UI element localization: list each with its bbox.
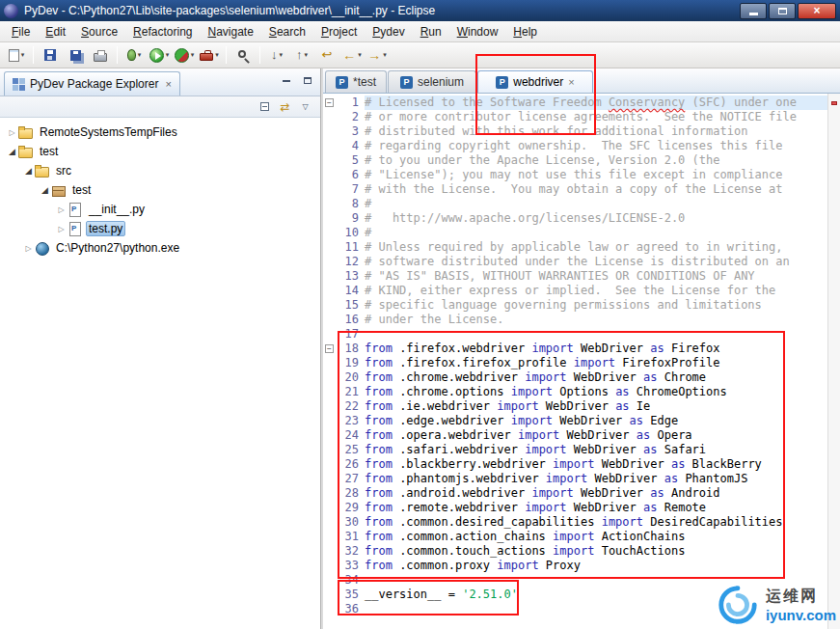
expand-arrow-icon[interactable]: ▷ xyxy=(55,205,68,214)
fold-margin[interactable] xyxy=(323,153,336,168)
code-text[interactable]: from .safari.webdriver import WebDriver … xyxy=(365,443,827,457)
menu-item-edit[interactable]: Edit xyxy=(38,22,73,41)
fold-margin[interactable] xyxy=(323,168,336,182)
line-number[interactable]: 12 xyxy=(336,255,365,269)
prev-annotation-button[interactable]: ▾ xyxy=(289,44,314,67)
code-text[interactable]: # "AS IS" BASIS, WITHOUT WARRANTIES OR C… xyxy=(365,269,827,284)
menu-item-project[interactable]: Project xyxy=(313,22,365,41)
coverage-button[interactable]: ▾ xyxy=(172,44,197,67)
fold-margin[interactable] xyxy=(323,588,336,602)
code-text[interactable]: # software distributed under the License… xyxy=(365,255,827,269)
menu-item-pydev[interactable]: Pydev xyxy=(365,22,412,41)
expand-arrow-icon[interactable]: ▷ xyxy=(55,225,68,233)
tree-item-src[interactable]: ◢src xyxy=(0,161,320,180)
fold-margin[interactable] xyxy=(323,139,336,153)
fold-margin[interactable] xyxy=(323,385,336,399)
fold-margin[interactable] xyxy=(323,414,336,428)
code-text[interactable]: # xyxy=(365,226,827,240)
menu-item-source[interactable]: Source xyxy=(73,22,125,41)
fold-collapse-icon[interactable]: − xyxy=(325,98,334,107)
menu-item-window[interactable]: Window xyxy=(449,22,506,41)
back-button[interactable]: ▾ xyxy=(339,44,365,67)
code-text[interactable] xyxy=(365,327,827,342)
line-number[interactable]: 23 xyxy=(336,414,365,428)
code-text[interactable]: # to you under the Apache License, Versi… xyxy=(365,153,827,168)
line-number[interactable]: 13 xyxy=(336,269,365,284)
collapse-arrow-icon[interactable]: ◢ xyxy=(39,185,51,195)
fold-margin[interactable] xyxy=(323,486,336,501)
tab-close-icon[interactable]: × xyxy=(568,76,574,88)
line-number[interactable]: 3 xyxy=(336,124,365,139)
new-wizard-button[interactable]: ▾ xyxy=(4,44,29,67)
code-text[interactable]: # specific language governing permission… xyxy=(365,298,827,313)
close-button[interactable]: × xyxy=(798,3,836,19)
fold-margin[interactable] xyxy=(323,240,336,255)
code-text[interactable]: # http://www.apache.org/licenses/LICENSE… xyxy=(365,211,827,226)
next-annotation-button[interactable]: ▾ xyxy=(264,44,289,67)
fold-margin[interactable] xyxy=(323,573,336,588)
menu-item-run[interactable]: Run xyxy=(413,22,449,41)
code-text[interactable]: from .firefox.webdriver import WebDriver… xyxy=(365,342,827,356)
line-number[interactable]: 18 xyxy=(336,342,365,356)
fold-margin[interactable] xyxy=(323,182,336,197)
fold-margin[interactable] xyxy=(323,399,336,414)
fold-margin[interactable]: − xyxy=(323,96,336,110)
fold-margin[interactable] xyxy=(323,124,336,139)
print-button[interactable] xyxy=(88,44,113,67)
code-text[interactable]: from .firefox.firefox_profile import Fir… xyxy=(365,356,827,370)
line-number[interactable]: 29 xyxy=(336,501,365,515)
line-number[interactable]: 25 xyxy=(336,443,365,457)
fold-margin[interactable] xyxy=(323,298,336,313)
editor-tab-selenium[interactable]: Pselenium xyxy=(388,70,476,93)
forward-button[interactable]: ▾ xyxy=(365,44,390,67)
line-number[interactable]: 21 xyxy=(336,385,365,399)
fold-margin[interactable] xyxy=(323,544,336,559)
code-text[interactable]: # under the License. xyxy=(365,313,827,327)
line-number[interactable]: 32 xyxy=(336,544,365,559)
code-text[interactable]: from .phantomjs.webdriver import WebDriv… xyxy=(365,472,827,486)
line-number[interactable]: 26 xyxy=(336,457,365,472)
line-number[interactable]: 9 xyxy=(336,211,365,226)
code-text[interactable]: from .ie.webdriver import WebDriver as I… xyxy=(365,399,827,414)
run-button[interactable]: ▾ xyxy=(147,44,172,67)
code-text[interactable]: # Licensed to the Software Freedom Conse… xyxy=(365,96,827,110)
fold-margin[interactable] xyxy=(323,197,336,211)
fold-margin[interactable] xyxy=(323,255,336,269)
code-text[interactable]: from .opera.webdriver import WebDriver a… xyxy=(365,428,827,443)
fold-margin[interactable] xyxy=(323,226,336,240)
last-edit-location-button[interactable] xyxy=(314,44,339,67)
fold-margin[interactable] xyxy=(323,559,336,573)
view-close-icon[interactable]: × xyxy=(165,78,171,90)
view-minimize-button[interactable] xyxy=(277,72,295,89)
menu-item-search[interactable]: Search xyxy=(261,22,313,41)
fold-margin[interactable] xyxy=(323,110,336,124)
link-with-editor-button[interactable]: ⇄ xyxy=(276,98,294,115)
line-number[interactable]: 5 xyxy=(336,153,365,168)
line-number[interactable]: 20 xyxy=(336,370,365,385)
fold-margin[interactable] xyxy=(323,457,336,472)
fold-collapse-icon[interactable]: − xyxy=(325,344,334,353)
line-number[interactable]: 27 xyxy=(336,472,365,486)
fold-margin[interactable] xyxy=(323,370,336,385)
line-number[interactable]: 24 xyxy=(336,428,365,443)
tree-item-c-python27-python-exe[interactable]: ▷C:\Python27\python.exe xyxy=(0,238,320,258)
collapse-arrow-icon[interactable]: ◢ xyxy=(6,147,18,156)
code-text[interactable]: # distributed with this work for additio… xyxy=(365,124,827,139)
code-text[interactable]: from .common.desired_capabilities import… xyxy=(365,515,827,530)
fold-margin[interactable]: − xyxy=(323,342,336,356)
line-number[interactable]: 31 xyxy=(336,530,365,544)
tree-item--init-py[interactable]: ▷__init__.py xyxy=(0,200,320,219)
code-text[interactable]: from .edge.webdriver import WebDriver as… xyxy=(365,414,827,428)
line-number[interactable]: 8 xyxy=(336,197,365,211)
code-text[interactable]: from .chrome.webdriver import WebDriver … xyxy=(365,370,827,385)
code-text[interactable]: # xyxy=(365,197,827,211)
code-text[interactable]: from .android.webdriver import WebDriver… xyxy=(365,486,827,501)
save-button[interactable] xyxy=(38,44,63,67)
view-menu-button[interactable]: ▽ xyxy=(296,98,314,115)
view-tab-pydev-package-explorer[interactable]: PyDev Package Explorer × xyxy=(4,71,180,96)
line-number[interactable]: 22 xyxy=(336,399,365,414)
line-number[interactable]: 14 xyxy=(336,284,365,298)
line-number[interactable]: 2 xyxy=(336,110,365,124)
line-number[interactable]: 1 xyxy=(336,96,365,110)
editor-tab-webdriver[interactable]: Pwebdriver× xyxy=(477,70,593,93)
